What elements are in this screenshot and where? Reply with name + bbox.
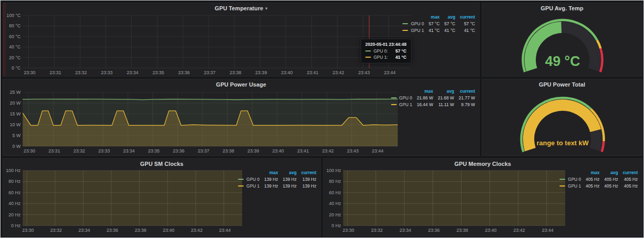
panel-gpu-temperature: GPU Temperature▾ 0 °C20 °C40 °C60 °C80 °…	[3, 3, 480, 77]
x-tick-label: 23:39	[247, 148, 259, 154]
series-color-dash	[391, 97, 397, 98]
gpu-power-total-gauge-svg: range to text kW	[483, 89, 642, 156]
legend-header-max[interactable]: max	[581, 169, 600, 176]
legend-row: GPU 141 °C41 °C41 °C	[398, 27, 475, 33]
panel-title-gpu-avg-temp[interactable]: GPU Avg. Temp	[482, 5, 642, 11]
panel-gpu-power-usage: GPU Power Usage 0 W5 W10 W15 W20 W25 W23…	[3, 79, 480, 156]
legend-header-max[interactable]: max	[260, 169, 278, 176]
x-tick-label: 23:38	[134, 228, 146, 233]
y-tick-label: 60 Hz	[329, 190, 341, 195]
tooltip-series-value: 41 °C	[396, 55, 406, 60]
legend-header-avg[interactable]: avg	[433, 88, 454, 94]
x-tick-label: 23:44	[219, 228, 231, 233]
x-tick-label: 23:41	[307, 70, 318, 75]
x-tick-label: 23:33	[101, 70, 113, 75]
sm-clocks-chart-plot[interactable]: 0 Hz20 Hz40 Hz60 Hz80 Hz100 Hz23:3023:32…	[4, 169, 243, 236]
series-color-dash	[238, 185, 244, 186]
y-tick-label: 5 W	[12, 133, 21, 138]
x-tick-label: 23:37	[204, 70, 216, 75]
x-tick-label: 23:44	[372, 148, 384, 154]
x-tick-label: 23:33	[98, 148, 110, 154]
legend-header-row: maxavgcurrent	[233, 169, 316, 176]
x-tick-label: 23:34	[78, 228, 90, 233]
legend-header-row: maxavgcurrent	[386, 88, 475, 94]
legend-header-max[interactable]: max	[424, 13, 439, 20]
panel-title-text: GPU SM Clocks	[140, 161, 183, 167]
x-tick-label: 23:37	[198, 148, 210, 154]
x-tick-label: 23:32	[75, 70, 87, 75]
legend-header-avg[interactable]: avg	[439, 13, 455, 20]
gpu-memory-clocks-svg[interactable]: 0 Hz20 Hz40 Hz60 Hz80 Hz100 Hz23:3023:32…	[325, 169, 566, 236]
x-tick-label: 23:41	[297, 148, 309, 154]
x-tick-label: 23:30	[24, 70, 36, 75]
x-tick-label: 23:44	[384, 70, 396, 75]
legend-header-spacer	[555, 169, 581, 176]
gpu-sm-clocks-svg[interactable]: 0 Hz20 Hz40 Hz60 Hz80 Hz100 Hz23:3023:32…	[4, 169, 243, 236]
legend-value: 21.77 W	[454, 94, 475, 101]
legend-row: GPU 1139 Hz139 Hz139 Hz	[233, 182, 316, 189]
tooltip-timestamp: 2020-05-01 23:44:48	[365, 42, 406, 47]
legend-header-max[interactable]: max	[412, 88, 433, 94]
memory-clocks-chart-plot[interactable]: 0 Hz20 Hz40 Hz60 Hz80 Hz100 Hz23:3023:32…	[325, 169, 566, 236]
legend-series-name[interactable]: GPU 0	[386, 94, 413, 101]
x-tick-label: 23:38	[456, 228, 468, 233]
legend-value: 16.44 W	[412, 101, 433, 108]
panel-gpu-power-total: GPU Power Total range to text kW	[482, 79, 642, 156]
legend-header-current[interactable]: current	[454, 88, 475, 94]
x-tick-label: 23:30	[343, 228, 354, 233]
x-tick-label: 23:34	[123, 148, 135, 154]
legend-value: 139 Hz	[297, 176, 316, 182]
x-tick-label: 23:32	[50, 228, 62, 233]
tooltip-row-gpu1: GPU 1: 41 °C	[365, 55, 406, 60]
chart-tooltip: 2020-05-01 23:44:48 GPU 0: 57 °C GPU 1: …	[361, 39, 412, 63]
x-tick-label: 23:44	[542, 228, 554, 233]
y-tick-label: 40 Hz	[329, 201, 341, 206]
legend-header-current[interactable]: current	[618, 169, 638, 176]
legend-value: 139 Hz	[297, 182, 316, 189]
y-tick-label: 100 Hz	[326, 169, 341, 173]
panel-title-gpu-memory-clocks[interactable]: GPU Memory Clocks	[324, 161, 642, 167]
y-tick-label: 40 Hz	[8, 201, 21, 206]
panel-title-gpu-power-usage[interactable]: GPU Power Usage	[3, 81, 479, 88]
legend-table: maxavgcurrentGPU 057 °C57 °C57 °CGPU 141…	[398, 13, 475, 33]
series-color-dash	[402, 30, 408, 31]
legend-series-name[interactable]: GPU 0	[398, 20, 424, 27]
x-tick-label: 23:43	[358, 70, 370, 75]
x-tick-label: 23:39	[256, 70, 267, 75]
panel-title-gpu-temperature[interactable]: GPU Temperature▾	[3, 5, 479, 11]
legend-value: 21.86 W	[412, 94, 433, 101]
y-tick-label: 20 Hz	[8, 212, 21, 217]
legend-series-name[interactable]: GPU 1	[386, 101, 413, 108]
y-tick-label: 40 °C	[9, 44, 21, 49]
x-tick-label: 23:32	[73, 148, 85, 154]
tooltip-series-name: GPU 1:	[374, 55, 388, 60]
legend-series-name[interactable]: GPU 1	[398, 27, 424, 33]
legend-series-name[interactable]: GPU 1	[555, 182, 581, 189]
x-tick-label: 23:42	[322, 148, 334, 154]
gpu-power-svg[interactable]: 0 W5 W10 W15 W20 W25 W23:3023:3123:3223:…	[4, 90, 400, 156]
legend-header-avg[interactable]: avg	[278, 169, 297, 176]
power-usage-chart-plot[interactable]: 0 W5 W10 W15 W20 W25 W23:3023:3123:3223:…	[4, 90, 400, 156]
panel-gpu-sm-clocks: GPU SM Clocks 0 Hz20 Hz40 Hz60 Hz80 Hz10…	[3, 158, 321, 236]
gauge-value-text: range to text kW	[536, 139, 589, 147]
panel-title-gpu-power-total[interactable]: GPU Power Total	[482, 81, 642, 88]
tooltip-row-gpu0: GPU 0: 57 °C	[365, 48, 406, 54]
x-tick-label: 23:38	[223, 148, 234, 154]
legend-header-current[interactable]: current	[297, 169, 316, 176]
legend-value: 139 Hz	[278, 182, 297, 189]
legend-series-name[interactable]: GPU 0	[555, 176, 581, 182]
panel-title-text: GPU Power Usage	[216, 81, 266, 88]
legend-row: GPU 116.44 W11.11 W9.79 W	[386, 101, 475, 108]
legend-series-name[interactable]: GPU 1	[233, 182, 260, 189]
legend-header-current[interactable]: current	[455, 13, 475, 20]
legend-series-name[interactable]: GPU 0	[233, 176, 260, 182]
memory-clocks-legend: maxavgcurrentGPU 0405 Hz405 Hz405 HzGPU …	[555, 169, 638, 189]
legend-header-spacer	[386, 88, 413, 94]
legend-header-avg[interactable]: avg	[600, 169, 618, 176]
x-tick-label: 23:42	[332, 70, 344, 75]
x-tick-label: 23:40	[485, 228, 497, 233]
gpu-temperature-svg[interactable]: 0 °C20 °C40 °C60 °C80 °C100 °C23:3023:31…	[4, 13, 412, 77]
panel-title-gpu-sm-clocks[interactable]: GPU SM Clocks	[3, 161, 320, 167]
temperature-chart-plot[interactable]: 0 °C20 °C40 °C60 °C80 °C100 °C23:3023:31…	[4, 13, 412, 77]
x-tick-label: 23:42	[191, 228, 203, 233]
